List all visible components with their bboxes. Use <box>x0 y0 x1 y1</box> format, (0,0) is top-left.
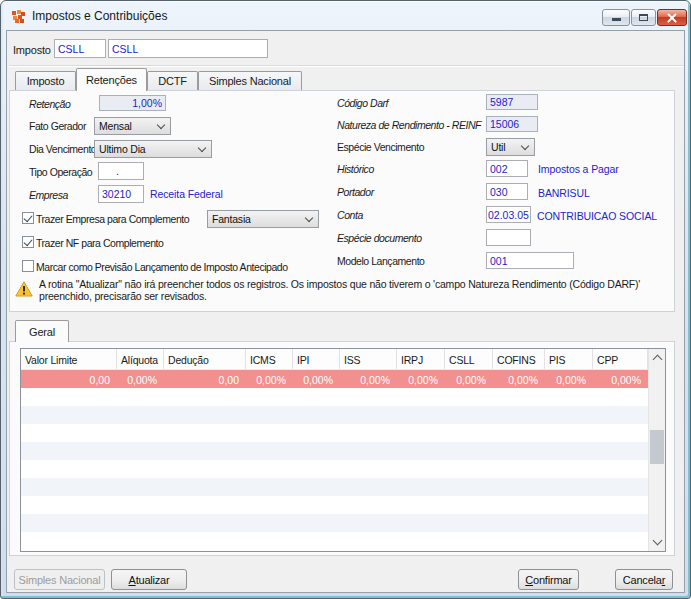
warning-icon <box>15 281 33 297</box>
close-icon <box>666 12 678 24</box>
fato-gerador-select[interactable]: Mensal <box>94 117 171 135</box>
grid-cell: 0,00% <box>246 370 293 388</box>
column-header-irpj[interactable]: IRPJ <box>397 349 445 369</box>
maximize-button[interactable] <box>631 9 656 26</box>
column-header-ipi[interactable]: IPI <box>293 349 340 369</box>
chevron-down-icon <box>157 121 165 129</box>
simples-nacional-button[interactable]: Simples Nacional <box>14 569 105 590</box>
grid-cell: 0,00% <box>340 370 397 388</box>
especie-vencimento-select[interactable]: Util <box>486 138 535 156</box>
portador-description: BANRISUL <box>538 187 590 199</box>
especie-documento-field[interactable] <box>486 229 531 246</box>
trazer-nf-label: Trazer NF para Complemento <box>36 237 163 249</box>
grid-empty-row <box>21 388 648 406</box>
grid-cell: 0,00% <box>493 370 545 388</box>
modelo-lancamento-label: Modelo Lançamento <box>337 255 425 267</box>
scroll-up-icon[interactable] <box>653 355 663 365</box>
column-header-dedu-o[interactable]: Dedução <box>164 349 246 369</box>
column-header-cofins[interactable]: COFINS <box>493 349 545 369</box>
grid-empty-row <box>21 406 648 424</box>
tab-imposto[interactable]: Imposto <box>15 71 76 90</box>
confirmar-button[interactable]: Confirmar <box>518 569 579 590</box>
grid-empty-row <box>21 424 648 442</box>
historico-description: Impostos a Pagar <box>538 163 619 175</box>
column-header-csll[interactable]: CSLL <box>445 349 493 369</box>
imposto-code-field[interactable]: CSLL <box>54 39 106 58</box>
historico-field[interactable]: 002 <box>486 160 528 177</box>
dia-vencimento-select[interactable]: Ultimo Dia <box>94 140 212 158</box>
separator <box>9 65 684 67</box>
grid-cell: 0,00% <box>593 370 648 388</box>
conta-description: CONTRIBUICAO SOCIAL <box>537 210 657 222</box>
grid-header: Valor LimiteAlíquotaDeduçãoICMSIPIISSIRP… <box>21 349 665 370</box>
trazer-empresa-checkbox[interactable] <box>22 212 34 224</box>
conta-field[interactable]: 02.03.05 <box>486 206 531 223</box>
grid-empty-row <box>21 532 648 550</box>
grid-empty-row <box>21 496 648 514</box>
imposto-name-field[interactable]: CSLL <box>108 39 268 58</box>
minimize-icon <box>612 18 621 21</box>
portador-field[interactable]: 030 <box>486 183 528 200</box>
grid-cell: 0,00% <box>293 370 340 388</box>
imposto-label: Imposto <box>13 44 51 56</box>
marcar-previsao-label: Marcar como Previsão Lançamento de Impos… <box>36 261 288 273</box>
column-header-valor-limite[interactable]: Valor Limite <box>21 349 117 369</box>
portador-label: Portador <box>337 186 374 198</box>
empresa-label: Empresa <box>29 189 68 201</box>
natureza-rendimento-field[interactable]: 15006 <box>486 116 538 132</box>
atualizar-button[interactable]: Atualizar <box>111 569 187 590</box>
fato-gerador-label: Fato Gerador <box>29 120 86 132</box>
chevron-down-icon <box>198 144 206 152</box>
empresa-description: Receita Federal <box>150 188 223 200</box>
grid-cell: 0,00% <box>397 370 445 388</box>
grid-row[interactable]: 0,000,00%0,000,00%0,00%0,00%0,00%0,00%0,… <box>21 370 648 388</box>
scroll-down-icon[interactable] <box>653 536 663 546</box>
tab-retencoes[interactable]: Retenções <box>76 68 147 91</box>
grid-empty-row <box>21 442 648 460</box>
maximize-icon <box>639 14 648 21</box>
chevron-down-icon <box>521 142 529 150</box>
column-header-al-quota[interactable]: Alíquota <box>117 349 164 369</box>
trazer-empresa-label: Trazer Empresa para Complemento <box>36 213 189 225</box>
retencao-field[interactable]: 1,00% <box>99 95 166 111</box>
especie-documento-label: Espécie documento <box>337 232 422 244</box>
tipo-operacao-label: Tipo Operação <box>29 166 92 178</box>
codigo-darf-label: Código Darf <box>337 97 388 109</box>
codigo-darf-field[interactable]: 5987 <box>486 94 538 110</box>
retencao-label: Retenção <box>29 98 70 110</box>
column-header-icms[interactable]: ICMS <box>246 349 293 369</box>
dia-vencimento-label: Dia Vencimento <box>29 143 96 155</box>
tab-dctf[interactable]: DCTF <box>147 71 198 90</box>
close-button[interactable] <box>657 9 687 26</box>
grid-body: 0,000,00%0,000,00%0,00%0,00%0,00%0,00%0,… <box>21 370 665 550</box>
window-title: Impostos e Contribuições <box>32 9 167 23</box>
conta-label: Conta <box>337 209 363 221</box>
warning-text: A rotina "Atualizar" não irá preencher t… <box>39 279 679 302</box>
modelo-lancamento-field[interactable]: 001 <box>486 252 574 269</box>
data-grid: Valor LimiteAlíquotaDeduçãoICMSIPIISSIRP… <box>20 348 666 552</box>
especie-vencimento-label: Espécie Vencimento <box>337 141 424 153</box>
grid-cell: 0,00% <box>117 370 164 388</box>
chevron-down-icon <box>305 214 313 222</box>
vertical-scrollbar[interactable] <box>648 349 665 551</box>
column-header-pis[interactable]: PIS <box>545 349 593 369</box>
grid-empty-row <box>21 514 648 532</box>
minimize-button[interactable] <box>602 9 630 26</box>
historico-label: Histórico <box>337 163 374 175</box>
grid-cell: 0,00 <box>164 370 246 388</box>
dialog-window: Impostos e Contribuições Imposto CSLL CS… <box>0 0 691 599</box>
tipo-operacao-field[interactable]: . <box>98 162 144 180</box>
dialog-body: Imposto CSLL CSLL Imposto Retenções DCTF… <box>6 30 685 593</box>
grid-cell: 0,00% <box>545 370 593 388</box>
column-header-iss[interactable]: ISS <box>340 349 397 369</box>
empresa-field[interactable]: 30210 <box>98 185 144 203</box>
cancelar-button[interactable]: Cancelar <box>615 569 673 590</box>
scroll-thumb[interactable] <box>650 430 664 464</box>
column-header-cpp[interactable]: CPP <box>593 349 648 369</box>
grid-empty-row <box>21 478 648 496</box>
trazer-nf-checkbox[interactable] <box>22 236 34 248</box>
marcar-previsao-checkbox[interactable] <box>22 260 34 272</box>
tab-geral[interactable]: Geral <box>15 320 69 342</box>
trazer-empresa-select[interactable]: Fantasia <box>207 210 319 228</box>
tab-simples-nacional[interactable]: Simples Nacional <box>198 71 302 90</box>
